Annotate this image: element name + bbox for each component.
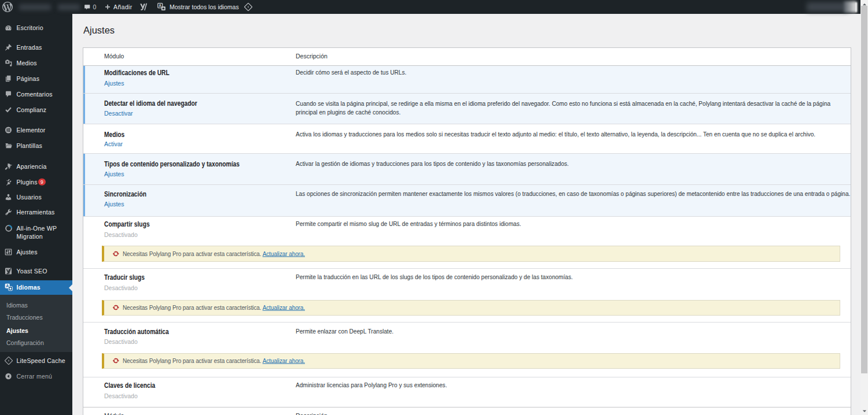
svg-text:A: A xyxy=(159,3,161,8)
